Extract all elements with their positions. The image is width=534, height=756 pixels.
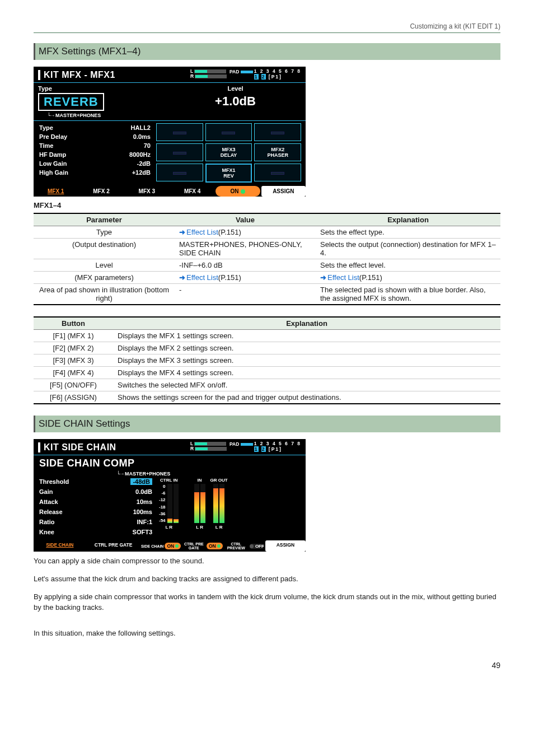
mfx-param-table: Parameter Value Explanation Type ➜Effect…: [34, 213, 500, 305]
arrow-icon: ➜: [320, 273, 326, 282]
tab-mfx1[interactable]: MFX 1: [34, 186, 78, 197]
tab-mfx3[interactable]: MFX 3: [125, 186, 169, 197]
effect-list-link[interactable]: Effect List: [186, 228, 218, 236]
lcd-title: KIT MFX - MFX1: [44, 70, 115, 80]
level-label: Level: [170, 85, 301, 92]
tab-mfx4[interactable]: MFX 4: [170, 186, 214, 197]
table-row: (Output destination) MASTER+PHONES, PHON…: [34, 239, 500, 259]
body-text: You can apply a side chain compressor to…: [34, 556, 500, 566]
mfx-button-table: Button Explanation [F1] (MFX 1)Displays …: [34, 316, 500, 404]
body-text: By applying a side chain compressor that…: [34, 592, 500, 612]
lr-meter: L R: [190, 441, 227, 451]
tab-assign[interactable]: ASSIGN: [261, 186, 306, 197]
table-row: [F5] (ON/OFF)Switches the selected MFX o…: [34, 379, 500, 391]
lcd-side-chain: L R PAD 1 2 3 4 5 6 7 8 1 2 [P1] KIT SID…: [34, 439, 306, 552]
on-dot-icon: [217, 544, 221, 548]
mfx-param-list: TypeHALL2 Pre Delay0.0ms Time70 HF Damp8…: [38, 123, 153, 183]
table-row: [F4] (MFX 4)Displays the MFX 4 settings …: [34, 367, 500, 379]
lcd-title: KIT SIDE CHAIN: [44, 442, 116, 452]
table-row: [F3] (MFX 3)Displays the MFX 3 settings …: [34, 354, 500, 367]
mfx-slot-grid: MFX3DELAY MFX2PHASER MFX1REV: [153, 123, 301, 183]
pad-indicator: PAD: [229, 441, 253, 447]
effect-list-link[interactable]: Effect List: [327, 273, 359, 282]
arrow-icon: ➜: [179, 273, 185, 282]
table-row: Level -INF–+6.0 dB Sets the effect level…: [34, 259, 500, 272]
arrow-icon: ➜: [179, 228, 185, 236]
section-heading-mfx: MFX Settings (MFX1–4): [34, 43, 500, 60]
table-row: Area of pad shown in illustration (botto…: [34, 284, 500, 305]
tab-mfx2[interactable]: MFX 2: [79, 186, 123, 197]
body-text: Let's assume that the kick drum and back…: [34, 574, 500, 584]
section-heading-sidechain: SIDE CHAIN Settings: [34, 416, 500, 432]
table-row: (MFX parameters) ➜Effect List(P.151) ➜Ef…: [34, 272, 500, 284]
sc-param-list: Threshold-48dB Gain0.0dB Attack10ms Rele…: [38, 477, 156, 537]
tab-on[interactable]: ON: [216, 186, 260, 197]
table-row: [F1] (MFX 1)Displays the MFX 1 settings …: [34, 330, 500, 342]
lr-meter: L R: [190, 69, 227, 79]
type-label: Type: [38, 85, 170, 92]
pad-indicator: PAD: [229, 69, 253, 74]
lcd-tabbar: MFX 1 MFX 2 MFX 3 MFX 4 ON ASSIGN: [34, 186, 306, 197]
lcd-kit-mfx: L R PAD 1 2 3 4 5 6 7 8 1 2 [P1] KIT MFX…: [34, 67, 306, 197]
tab-sidechain-toggle[interactable]: SIDE CHAIN ON: [141, 540, 181, 552]
table-row: Type ➜Effect List(P.151) Sets the effect…: [34, 226, 500, 239]
tab-sidechain[interactable]: SIDE CHAIN: [34, 540, 86, 552]
sc-comp-title: SIDE CHAIN COMP: [39, 458, 301, 469]
tab-ctrl-pregate[interactable]: CTRL PRE GATE: [87, 540, 140, 552]
header-rule: [34, 32, 500, 33]
table-row: [F2] (MFX 2)Displays the MFX 2 settings …: [34, 342, 500, 354]
table-row: [F6] (ASSIGN)Shows the settings screen f…: [34, 391, 500, 404]
level-value: +1.0dB: [170, 94, 301, 109]
pad-grid: 1 2 3 4 5 6 7 8 1 2 [P1]: [254, 68, 301, 80]
tab-ctrl-preview-toggle[interactable]: CTRL PREVIEW OFF: [224, 540, 264, 552]
mfx14-subheading: MFX1–4: [34, 201, 500, 209]
pad-grid: 1 2 3 4 5 6 7 8 1 2 [P1]: [254, 441, 301, 452]
on-dot-icon: [241, 189, 245, 194]
output-dest: MASTER+PHONES: [116, 471, 301, 477]
lcd-tabbar: SIDE CHAIN CTRL PRE GATE SIDE CHAIN ON C…: [34, 540, 306, 552]
type-value: REVERB: [38, 93, 104, 111]
page-number: 49: [34, 661, 500, 670]
output-dest: MASTER+PHONES: [47, 113, 170, 118]
body-text: In this situation, make the following se…: [34, 628, 500, 638]
sc-meters: CTRL IN 0-6-12-18-36-54 L R IN L R: [156, 477, 301, 537]
effect-list-link[interactable]: Effect List: [186, 273, 218, 282]
tab-assign[interactable]: ASSIGN: [265, 540, 306, 552]
breadcrumb: Customizing a kit (KIT EDIT 1): [34, 22, 500, 30]
tab-ctrl-pregate-toggle[interactable]: CTRL PRE GATE ON: [182, 540, 223, 552]
off-dot-icon: [250, 544, 254, 548]
on-dot-icon: [175, 544, 179, 548]
